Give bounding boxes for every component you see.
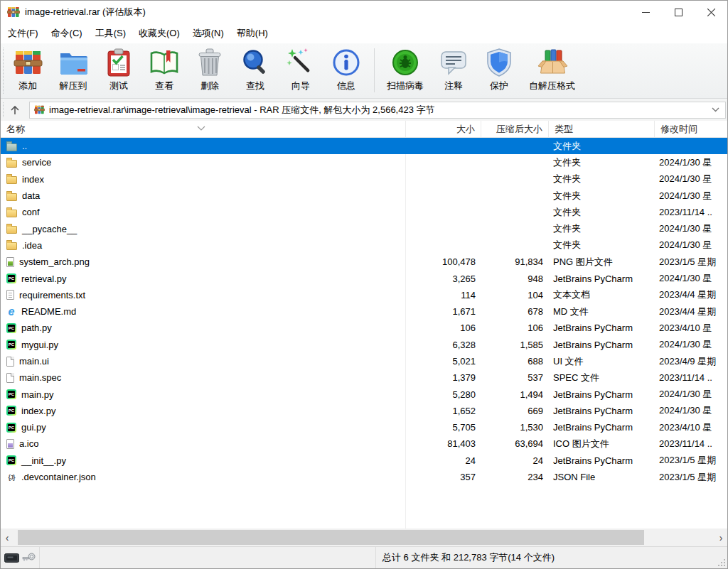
test-button[interactable]: 测试 xyxy=(96,45,141,94)
table-row[interactable]: index.py 1,652 669 JetBrains PyCharm 202… xyxy=(1,403,727,419)
file-type: 文件夹 xyxy=(549,138,655,154)
comment-button[interactable]: 注释 xyxy=(431,45,476,94)
file-packed-size xyxy=(481,138,549,154)
sfx-label: 自解压格式 xyxy=(529,80,575,92)
table-row[interactable]: conf 文件夹 2023/11/14 .. xyxy=(1,204,727,220)
virus-scan-icon xyxy=(390,47,421,78)
find-magnifier-icon xyxy=(240,47,271,78)
column-header-modified[interactable]: 修改时间 xyxy=(655,121,727,137)
address-path-text: image-retrieval.rar\image-retrieval\imag… xyxy=(49,104,706,116)
file-type: JSON File xyxy=(549,469,655,485)
file-list: .. 文件夹 service 文件夹 2024/1/30 星 index 文件夹… xyxy=(1,138,727,529)
scrollbar-thumb[interactable] xyxy=(18,530,644,545)
file-name: conf xyxy=(22,207,40,217)
table-row[interactable]: service 文件夹 2024/1/30 星 xyxy=(1,154,727,170)
folder-icon xyxy=(6,176,17,184)
file-size xyxy=(406,220,481,237)
wizard-button[interactable]: 向导 xyxy=(278,45,323,94)
file-type: SPEC 文件 xyxy=(549,369,655,386)
column-name-label: 名称 xyxy=(6,123,25,136)
info-icon xyxy=(331,47,362,78)
extract-button[interactable]: 解压到 xyxy=(50,45,96,94)
maximize-button[interactable] xyxy=(662,1,695,23)
file-modified: 2024/1/30 星 xyxy=(655,337,727,353)
table-row[interactable]: retrieval.py 3,265 948 JetBrains PyCharm… xyxy=(1,270,727,286)
table-row[interactable]: .. 文件夹 xyxy=(1,138,727,154)
file-type: 文件夹 xyxy=(549,188,655,204)
column-header-name[interactable]: 名称 xyxy=(1,121,406,137)
file-packed-size: 678 xyxy=(481,303,549,320)
menu-file[interactable]: 文件(F) xyxy=(4,25,43,42)
file-name: main.spec xyxy=(19,372,61,383)
view-button[interactable]: 查看 xyxy=(141,45,187,94)
table-row[interactable]: data 文件夹 2024/1/30 星 xyxy=(1,188,727,204)
file-size: 1,652 xyxy=(406,403,481,419)
file-type: 文件夹 xyxy=(549,237,655,254)
file-size: 100,478 xyxy=(406,254,481,270)
status-spacer xyxy=(40,547,376,568)
column-header-type[interactable]: 类型 xyxy=(549,121,655,137)
scroll-right-arrow[interactable]: › xyxy=(714,529,727,546)
table-row[interactable]: path.py 106 106 JetBrains PyCharm 2023/4… xyxy=(1,320,727,336)
find-button[interactable]: 查找 xyxy=(232,45,278,94)
file-size: 5,280 xyxy=(406,386,481,402)
minimize-button[interactable] xyxy=(629,1,662,23)
column-header-packed[interactable]: 压缩后大小 xyxy=(481,121,549,137)
file-modified: 2023/4/4 星期 xyxy=(655,287,727,303)
file-name: __init__.py xyxy=(21,455,66,466)
pycharm-icon xyxy=(6,340,16,349)
chevron-down-icon[interactable] xyxy=(712,107,719,112)
file-packed-size: 1,585 xyxy=(481,337,549,353)
protect-button[interactable]: 保护 xyxy=(476,45,522,94)
file-packed-size: 234 xyxy=(481,469,549,485)
file-name: gui.py xyxy=(21,422,46,433)
file-type: UI 文件 xyxy=(549,353,655,369)
add-button[interactable]: 添加 xyxy=(5,45,50,94)
sfx-button[interactable]: 自解压格式 xyxy=(522,45,582,94)
table-row[interactable]: a.ico 81,403 63,694 ICO 图片文件 2023/11/14 … xyxy=(1,435,727,452)
table-row[interactable]: mygui.py 6,328 1,585 JetBrains PyCharm 2… xyxy=(1,337,727,353)
test-label: 测试 xyxy=(109,80,128,92)
info-button[interactable]: 信息 xyxy=(323,45,369,94)
menu-favorites[interactable]: 收藏夹(O) xyxy=(134,25,184,42)
extract-folder-icon xyxy=(58,47,89,78)
table-row[interactable]: .idea 文件夹 2024/1/30 星 xyxy=(1,237,727,254)
table-row[interactable]: index 文件夹 2024/1/30 星 xyxy=(1,171,727,188)
scroll-left-arrow[interactable]: ‹ xyxy=(1,529,14,546)
pycharm-icon xyxy=(6,406,16,416)
close-button[interactable] xyxy=(695,1,727,23)
table-row[interactable]: main.ui 5,021 688 UI 文件 2023/4/9 星期 xyxy=(1,353,727,369)
ico-icon xyxy=(6,439,14,449)
table-row[interactable]: requirements.txt 114 104 文本文档 2023/4/4 星… xyxy=(1,287,727,303)
scan-virus-button[interactable]: 扫描病毒 xyxy=(380,45,431,94)
menu-options[interactable]: 选项(N) xyxy=(188,25,228,42)
table-row[interactable]: main.spec 1,379 537 SPEC 文件 2023/11/14 .… xyxy=(1,369,727,386)
file-type: JetBrains PyCharm xyxy=(549,419,655,435)
folder-up-icon xyxy=(6,143,17,151)
table-row[interactable]: .devcontainer.json 357 234 JSON File 202… xyxy=(1,469,727,485)
table-row[interactable]: main.py 5,280 1,494 JetBrains PyCharm 20… xyxy=(1,386,727,402)
resize-grip[interactable] xyxy=(717,558,726,567)
file-size: 5,021 xyxy=(406,353,481,369)
table-row[interactable]: __init__.py 24 24 JetBrains PyCharm 2023… xyxy=(1,453,727,469)
table-row[interactable]: __pycache__ 文件夹 2024/1/30 星 xyxy=(1,220,727,237)
delete-button[interactable]: 删除 xyxy=(187,45,232,94)
file-size xyxy=(406,237,481,254)
table-row[interactable]: README.md 1,671 678 MD 文件 2023/4/4 星期 xyxy=(1,303,727,320)
toolbar-separator xyxy=(374,48,375,92)
file-type: 文件夹 xyxy=(549,154,655,170)
file-modified: 2023/11/14 .. xyxy=(655,204,727,220)
file-type: JetBrains PyCharm xyxy=(549,337,655,353)
table-row[interactable]: system_arch.png 100,478 91,834 PNG 图片文件 … xyxy=(1,254,727,270)
up-directory-button[interactable] xyxy=(1,101,29,119)
address-combobox[interactable]: image-retrieval.rar\image-retrieval\imag… xyxy=(29,102,726,119)
column-header-size[interactable]: 大小 xyxy=(406,121,481,137)
horizontal-scrollbar[interactable]: ‹ › xyxy=(1,529,727,546)
menu-tools[interactable]: 工具(S) xyxy=(91,25,130,42)
menu-help[interactable]: 帮助(H) xyxy=(232,25,272,42)
menu-commands[interactable]: 命令(C) xyxy=(47,25,87,42)
table-row[interactable]: gui.py 5,705 1,530 JetBrains PyCharm 202… xyxy=(1,419,727,435)
file-size: 1,379 xyxy=(406,369,481,386)
file-type: 文件夹 xyxy=(549,204,655,220)
title-bar: image-retrieval.rar (评估版本) xyxy=(1,1,727,23)
